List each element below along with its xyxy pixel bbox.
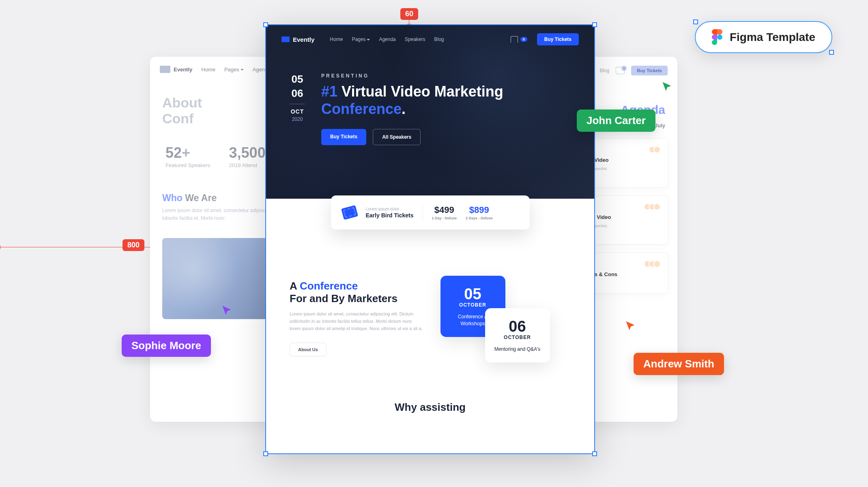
logo-text: Evently (174, 67, 192, 73)
cart-icon (511, 36, 518, 43)
buy-tickets-button[interactable]: Buy Tickets (631, 66, 668, 75)
cart[interactable]: 0 (511, 36, 527, 43)
avatar (653, 203, 661, 210)
design-canvas[interactable]: 60 800 Evently Home Pages Agenda About C… (0, 0, 868, 487)
day-card-2[interactable]: 06 OCTOBER Mentoring and Q&A's (485, 308, 550, 363)
logo-icon (160, 66, 170, 73)
resize-handle[interactable] (693, 19, 698, 24)
nav-agenda[interactable]: Agenda (379, 36, 395, 42)
cart-badge: 0 (520, 37, 527, 42)
ticket-card[interactable]: Lorem ipsum dolor Early Bird Tickets $49… (331, 195, 530, 230)
nav-blog[interactable]: Blog (599, 68, 609, 73)
price-1day[interactable]: $499 1 Day - Deluxe (432, 205, 457, 220)
cart-icon[interactable] (616, 67, 625, 74)
selected-frame[interactable]: Evently Home Pages Agenda Speakers Blog … (265, 24, 595, 454)
cursor-orange (625, 320, 636, 332)
stat-attend: 3,500 2019 Attend (229, 144, 266, 168)
about-us-button[interactable]: About Us (290, 343, 327, 356)
hero-logo[interactable]: Evently (281, 36, 314, 43)
avatar (653, 260, 661, 268)
cursor-purple (221, 305, 232, 316)
nav-blog[interactable]: Blog (434, 36, 444, 42)
chevron-down-icon (367, 39, 370, 41)
presenting-label: PRESENTING (321, 73, 571, 79)
avatar (653, 146, 661, 153)
ticket-info: Lorem ipsum dolor Early Bird Tickets (366, 207, 414, 219)
bg-left-logo[interactable]: Evently (160, 66, 192, 73)
logo-icon (281, 36, 290, 42)
ruler-badge-left: 800 (122, 239, 144, 251)
price-2day[interactable]: $899 2 Days - Deluxe (466, 205, 493, 220)
figma-template-badge[interactable]: Figma Template (695, 21, 832, 53)
nav-pages[interactable]: Pages (224, 67, 244, 73)
nav-home[interactable]: Home (201, 67, 215, 73)
ticket-icon (341, 205, 358, 220)
nav-speakers[interactable]: Speakers (405, 36, 425, 42)
divider (423, 204, 423, 221)
hero-speakers-button[interactable]: All Speakers (373, 129, 421, 145)
collaborator-sophie: Sophie Moore (122, 335, 211, 357)
figma-badge-label: Figma Template (730, 31, 815, 44)
resize-handle[interactable] (829, 50, 834, 55)
podcast-photo (162, 238, 268, 319)
nav-pages[interactable]: Pages (352, 36, 370, 42)
divider (290, 104, 305, 104)
chevron-down-icon (241, 69, 244, 71)
stat-speakers: 52+ Featured Speakers (165, 144, 211, 168)
hero-section: Evently Home Pages Agenda Speakers Blog … (265, 24, 595, 199)
nav-home[interactable]: Home (330, 36, 343, 42)
buy-tickets-button[interactable]: Buy Tickets (537, 33, 579, 45)
ruler-badge-top: 60 (400, 8, 418, 20)
collaborator-andrew: Andrew Smith (634, 353, 724, 375)
hero-buy-button[interactable]: Buy Tickets (321, 129, 366, 145)
hero-text: PRESENTING #1 Virtual Video Marketing Co… (321, 73, 571, 145)
hero-date-block: 05 06 OCT 2020 (290, 73, 305, 145)
cursor-green (661, 81, 672, 92)
conf-heading: A ConferenceFor and By Marketers (290, 280, 424, 305)
hero-nav: Evently Home Pages Agenda Speakers Blog … (265, 24, 595, 54)
decorative-circle (518, 275, 554, 311)
hero-title: #1 Virtual Video Marketing Conference. (321, 83, 571, 118)
why-heading: Why assisting (265, 377, 595, 422)
conf-desc: Lorem ipsum dolor sit amet, consectetur … (290, 311, 424, 332)
figma-logo-icon (712, 29, 722, 45)
